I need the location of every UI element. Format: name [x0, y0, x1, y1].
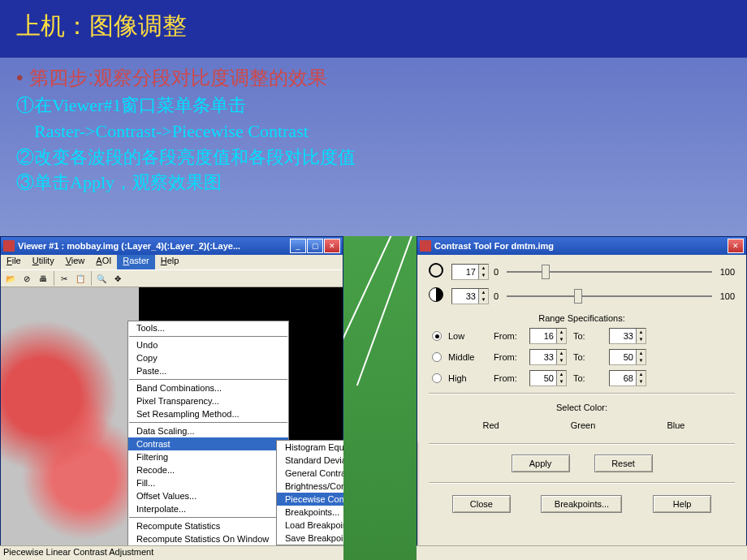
spin-up-icon[interactable]: ▲ — [636, 329, 646, 336]
menu-item[interactable]: Fill... — [128, 476, 288, 489]
spin-down-icon[interactable]: ▼ — [636, 336, 646, 343]
apply-button[interactable]: Apply — [512, 454, 570, 472]
viewer-toolbar: 📂 ⊘ 🖶 ✂ 📋 🔍 ✥ — [1, 269, 343, 287]
contrast-row: ▲▼ 0 100 — [429, 287, 735, 305]
range-row-high: HighFrom:▲▼To:▲▼ — [429, 370, 735, 386]
spin-down-icon[interactable]: ▼ — [478, 296, 488, 304]
menu-item[interactable]: Copy — [128, 351, 288, 364]
menu-item[interactable]: Data Scaling... — [128, 424, 288, 437]
sun-icon — [429, 263, 447, 281]
menu-file[interactable]: File — [1, 255, 27, 269]
to-spinner[interactable]: ▲▼ — [609, 370, 646, 386]
spin-up-icon[interactable]: ▲ — [636, 350, 646, 357]
menu-help[interactable]: Help — [155, 255, 185, 269]
menu-view[interactable]: View — [60, 255, 91, 269]
from-spinner[interactable]: ▲▼ — [529, 370, 567, 386]
range-radio[interactable] — [432, 331, 442, 341]
reset-button[interactable]: Reset — [594, 454, 653, 472]
brightness-value[interactable] — [452, 265, 478, 279]
toolbar-zoom-icon[interactable]: 🔍 — [93, 271, 110, 286]
from-value[interactable] — [530, 329, 556, 343]
close-dialog-button[interactable]: Close — [452, 495, 511, 513]
toolbar-print-icon[interactable]: 🖶 — [35, 271, 51, 286]
slider-max: 100 — [720, 267, 735, 277]
menu-item[interactable]: Set Resampling Method... — [128, 407, 288, 420]
toolbar-close-icon[interactable]: ⊘ — [19, 271, 35, 286]
spin-up-icon[interactable]: ▲ — [556, 350, 566, 357]
spin-down-icon[interactable]: ▼ — [636, 357, 646, 364]
minimize-button[interactable]: _ — [290, 239, 306, 253]
menu-item[interactable]: Recompute Statistics — [128, 519, 288, 532]
toolbar-pan-icon[interactable]: ✥ — [110, 271, 126, 286]
help-button[interactable]: Help — [653, 495, 711, 513]
spin-down-icon[interactable]: ▼ — [556, 357, 566, 364]
breakpoints-button[interactable]: Breakpoints... — [541, 495, 622, 513]
range-radio[interactable] — [432, 352, 442, 362]
spin-down-icon[interactable]: ▼ — [478, 272, 488, 279]
color-label: Green — [571, 420, 596, 430]
contrast-slider[interactable]: 0 100 — [494, 291, 735, 301]
slider-min: 0 — [494, 267, 499, 277]
menu-aoi[interactable]: AOI — [90, 255, 117, 269]
brightness-spinner[interactable]: ▲▼ — [451, 264, 489, 280]
menu-item[interactable]: Contrast▸ — [128, 437, 288, 450]
toolbar-cut-icon[interactable]: ✂ — [56, 271, 72, 286]
menu-item[interactable]: Recode... — [128, 463, 288, 476]
menu-raster[interactable]: Raster — [117, 255, 154, 269]
spin-down-icon[interactable]: ▼ — [636, 378, 646, 386]
to-label: To: — [573, 352, 602, 362]
menu-item[interactable]: Undo — [128, 338, 288, 351]
toolbar-open-icon[interactable]: 📂 — [2, 271, 19, 286]
menu-item[interactable]: Recompute Statistics On Window — [128, 532, 288, 545]
viewer-menubar: FileUtilityViewAOIRasterHelp — [1, 255, 343, 269]
viewer-titlebar[interactable]: Viewer #1 : mobbay.img (:Layer_4)(:Layer… — [1, 237, 343, 255]
slide-header: 上机：图像调整 — [0, 0, 747, 58]
spin-up-icon[interactable]: ▲ — [556, 371, 566, 378]
spin-down-icon[interactable]: ▼ — [556, 336, 566, 343]
spin-up-icon[interactable]: ▲ — [556, 329, 566, 336]
from-value[interactable] — [530, 371, 556, 386]
to-spinner[interactable]: ▲▼ — [609, 349, 646, 365]
to-value[interactable] — [610, 329, 636, 343]
contrast-spinner[interactable]: ▲▼ — [451, 288, 489, 304]
slider-thumb[interactable] — [574, 289, 582, 304]
from-value[interactable] — [530, 350, 556, 364]
menu-item[interactable]: Interpolate... — [128, 502, 288, 515]
menu-item[interactable]: Offset Values... — [128, 489, 288, 502]
to-value[interactable] — [610, 371, 636, 386]
spin-up-icon[interactable]: ▲ — [478, 289, 488, 296]
color-label: Blue — [667, 420, 684, 430]
menu-item[interactable]: Filtering▸ — [128, 450, 288, 463]
spin-down-icon[interactable]: ▼ — [556, 378, 566, 386]
contrast-value[interactable] — [452, 289, 478, 304]
from-spinner[interactable]: ▲▼ — [529, 328, 567, 344]
color-option-green[interactable]: Green — [567, 420, 596, 430]
spin-up-icon[interactable]: ▲ — [636, 371, 646, 378]
instructions: ①在Viewer#1窗口菜单条单击 Raster->Contrast->Piec… — [16, 93, 731, 196]
contrast-titlebar[interactable]: Contrast Tool For dmtm.img ✕ — [417, 237, 746, 255]
spin-up-icon[interactable]: ▲ — [478, 265, 488, 272]
viewer-canvas[interactable]: Tools...UndoCopyPaste...Band Combination… — [1, 287, 343, 559]
from-spinner[interactable]: ▲▼ — [529, 349, 567, 365]
close-button[interactable]: ✕ — [728, 239, 744, 253]
to-spinner[interactable]: ▲▼ — [609, 328, 646, 344]
color-option-red[interactable]: Red — [479, 420, 499, 430]
instruction-line: Raster->Contrast->Piecewise Contrast — [16, 118, 731, 144]
menu-item[interactable]: Pixel Transparency... — [128, 394, 288, 407]
menu-separator — [129, 517, 287, 518]
menu-item[interactable]: Tools... — [128, 321, 288, 334]
viewer-window: Viewer #1 : mobbay.img (:Layer_4)(:Layer… — [0, 236, 343, 560]
color-option-blue[interactable]: Blue — [663, 420, 684, 430]
toolbar-paste-icon[interactable]: 📋 — [72, 271, 89, 286]
close-button[interactable]: ✕ — [324, 239, 340, 253]
range-radio[interactable] — [432, 373, 442, 383]
brightness-slider[interactable]: 0 100 — [494, 267, 735, 277]
select-color-title: Select Color: — [429, 403, 735, 412]
instruction-line: ③单击Apply，观察效果图 — [16, 170, 731, 196]
menu-item[interactable]: Paste... — [128, 364, 288, 377]
menu-utility[interactable]: Utility — [27, 255, 60, 269]
to-value[interactable] — [610, 350, 636, 364]
maximize-button[interactable]: ▢ — [307, 239, 323, 253]
slider-thumb[interactable] — [542, 265, 550, 279]
menu-item[interactable]: Band Combinations... — [128, 381, 288, 394]
